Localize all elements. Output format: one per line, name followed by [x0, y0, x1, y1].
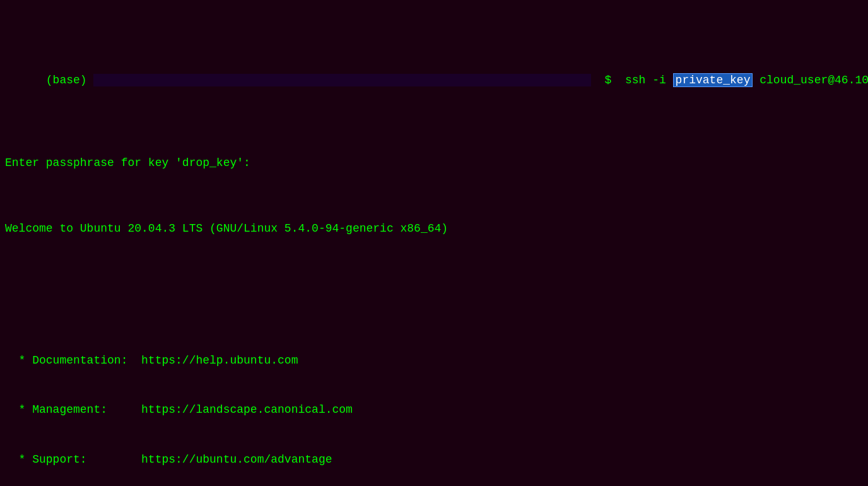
line-passphrase: Enter passphrase for key 'drop_key': [5, 155, 863, 171]
ssh-cmd-text: ssh -i [625, 74, 673, 86]
line-support: * Support: https://ubuntu.com/advantage [5, 451, 863, 468]
line-empty-1 [5, 287, 863, 303]
line-docs: * Documentation: https://help.ubuntu.com [5, 352, 863, 369]
line-welcome: Welcome to Ubuntu 20.04.3 LTS (GNU/Linux… [5, 220, 863, 237]
path-highlight [93, 74, 591, 86]
private-key-highlight: private_key [673, 73, 753, 87]
line-mgmt: * Management: https://landscape.canonica… [5, 401, 863, 418]
dollar-sign: $ [591, 74, 625, 86]
terminal-body: (base) $ ssh -i private_key cloud_user@4… [5, 6, 863, 486]
base-prompt: (base) [46, 74, 94, 86]
ssh-host: cloud_user@46.101.32.15 [753, 74, 868, 86]
line-ssh-command: (base) $ ssh -i private_key cloud_user@4… [5, 56, 863, 105]
terminal-window: (base) $ ssh -i private_key cloud_user@4… [5, 6, 863, 486]
